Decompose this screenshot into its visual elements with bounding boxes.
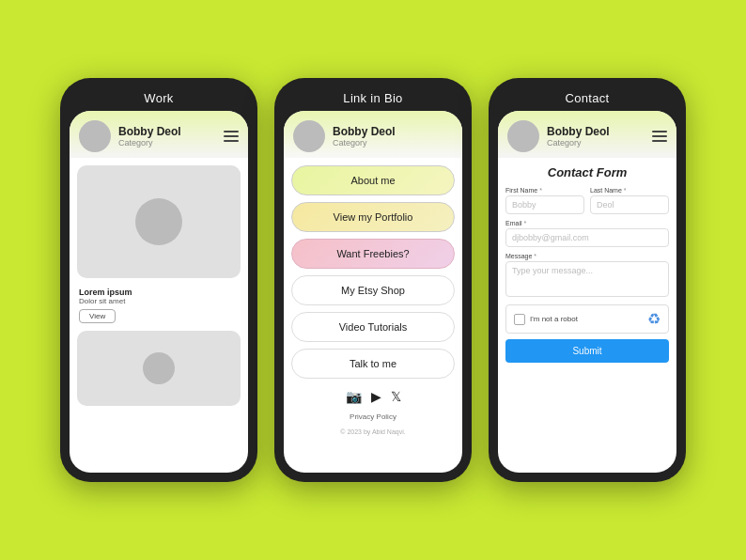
work-card-small — [77, 331, 241, 406]
header-text: Bobby Deol Category — [547, 125, 645, 148]
message-input[interactable]: Type your message... — [505, 261, 669, 297]
first-name-label: First Name — [505, 187, 584, 194]
last-name-group: Last Name Deol — [590, 187, 669, 214]
bio-buttons: About me View my Portfolio Want Freebies… — [284, 158, 462, 443]
about-me-button[interactable]: About me — [291, 165, 455, 195]
dolor-text: Dolor sit amet — [79, 297, 239, 305]
social-icons: 📷 ▶ 𝕏 — [291, 389, 455, 404]
header-name: Bobby Deol — [547, 125, 645, 138]
header-name: Bobby Deol — [118, 125, 216, 138]
phone-work-label: Work — [70, 87, 248, 111]
recaptcha-text: I'm not a robot — [530, 315, 578, 323]
portfolio-button[interactable]: View my Portfolio — [291, 202, 455, 232]
youtube-icon[interactable]: ▶ — [371, 389, 381, 404]
avatar — [79, 120, 111, 152]
copyright-text: © 2023 by Abid Naqvi. — [291, 428, 455, 435]
header-category: Category — [547, 138, 645, 148]
email-input[interactable]: djbobby@gmail.com — [505, 228, 669, 247]
hamburger-icon[interactable] — [652, 131, 667, 142]
phones-container: Work Bobby Deol Category Lorem — [60, 78, 686, 482]
avatar — [507, 120, 539, 152]
phone-linkinbio-label: Link in Bio — [284, 87, 462, 111]
phone-linkinbio-screen: Bobby Deol Category About me View my Por… — [284, 111, 462, 473]
phone-work-screen: Bobby Deol Category Lorem ipsum Dolor si… — [70, 111, 248, 473]
linkinbio-content: About me View my Portfolio Want Freebies… — [284, 158, 462, 473]
lorem-ipsum: Lorem ipsum — [79, 288, 239, 297]
linkinbio-header: Bobby Deol Category — [284, 111, 462, 158]
last-name-input[interactable]: Deol — [590, 195, 669, 214]
freebies-button[interactable]: Want Freebies? — [291, 239, 455, 269]
message-label: Message — [505, 253, 669, 259]
header-category: Category — [333, 138, 453, 148]
phone-linkinbio: Link in Bio Bobby Deol Category About me… — [274, 78, 472, 482]
email-group: Email djbobby@gmail.com — [505, 220, 669, 247]
recaptcha-logo-icon: ♻ — [647, 310, 661, 328]
contact-header: Bobby Deol Category — [498, 111, 676, 158]
first-name-input[interactable]: Bobby — [505, 195, 584, 214]
work-text-section: Lorem ipsum Dolor sit amet View — [77, 286, 241, 323]
work-cards: Lorem ipsum Dolor sit amet View — [70, 158, 248, 413]
view-button[interactable]: View — [79, 309, 116, 323]
work-card-circle-sm — [143, 352, 175, 384]
form-title: Contact Form — [505, 165, 669, 179]
email-label: Email — [505, 220, 669, 226]
work-card-large — [77, 165, 241, 278]
last-name-label: Last Name — [590, 187, 669, 194]
phone-contact: Contact Bobby Deol Category Contact Form — [489, 78, 686, 482]
header-name: Bobby Deol — [333, 125, 453, 138]
privacy-policy-link[interactable]: Privacy Policy — [291, 412, 455, 421]
talk-button[interactable]: Talk to me — [291, 349, 455, 379]
message-group: Message Type your message... — [505, 253, 669, 297]
work-content: Lorem ipsum Dolor sit amet View — [70, 158, 248, 473]
phone-work: Work Bobby Deol Category Lorem — [60, 78, 257, 482]
header-category: Category — [118, 138, 216, 148]
video-tutorials-button[interactable]: Video Tutorials — [291, 312, 455, 342]
twitter-icon[interactable]: 𝕏 — [391, 389, 401, 404]
recaptcha-checkbox[interactable] — [514, 314, 525, 325]
header-text: Bobby Deol Category — [118, 125, 216, 148]
recaptcha-left: I'm not a robot — [514, 314, 578, 325]
etsy-button[interactable]: My Etsy Shop — [291, 275, 455, 305]
first-name-group: First Name Bobby — [505, 187, 584, 214]
recaptcha-box: I'm not a robot ♻ — [505, 304, 669, 334]
name-row: First Name Bobby Last Name Deol — [505, 187, 669, 214]
hamburger-icon[interactable] — [224, 131, 239, 142]
contact-form: Contact Form First Name Bobby Last Name … — [498, 158, 676, 370]
submit-button[interactable]: Submit — [505, 339, 669, 363]
phone-contact-label: Contact — [498, 87, 676, 111]
contact-content: Contact Form First Name Bobby Last Name … — [498, 158, 676, 473]
phone-contact-screen: Bobby Deol Category Contact Form First N… — [498, 111, 676, 473]
work-header: Bobby Deol Category — [70, 111, 248, 158]
work-card-circle — [135, 198, 182, 245]
instagram-icon[interactable]: 📷 — [346, 389, 362, 404]
header-text: Bobby Deol Category — [333, 125, 453, 148]
avatar — [293, 120, 325, 152]
